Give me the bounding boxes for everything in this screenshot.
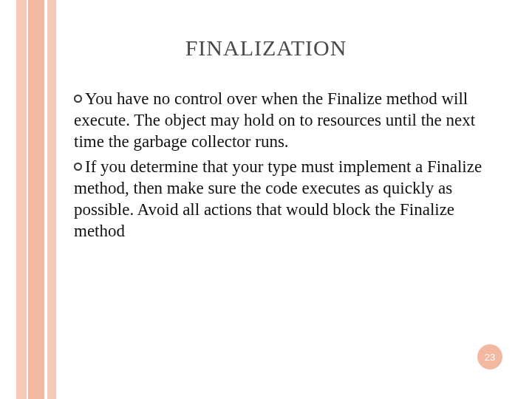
bullet-icon	[74, 163, 82, 171]
page-number: 23	[485, 352, 495, 363]
list-item: You have no control over when the Finali…	[74, 89, 488, 152]
content-area: You have no control over when the Finali…	[74, 89, 488, 246]
bullet-text: You have no control over when the Finali…	[74, 89, 475, 151]
list-item: If you determine that your type must imp…	[74, 157, 488, 242]
slide-title: FINALIZATION	[0, 35, 532, 61]
page-number-badge: 23	[477, 344, 502, 369]
bullet-icon	[74, 95, 82, 103]
slide: FINALIZATION You have no control over wh…	[0, 0, 532, 399]
bullet-text: If you determine that your type must imp…	[74, 157, 482, 239]
